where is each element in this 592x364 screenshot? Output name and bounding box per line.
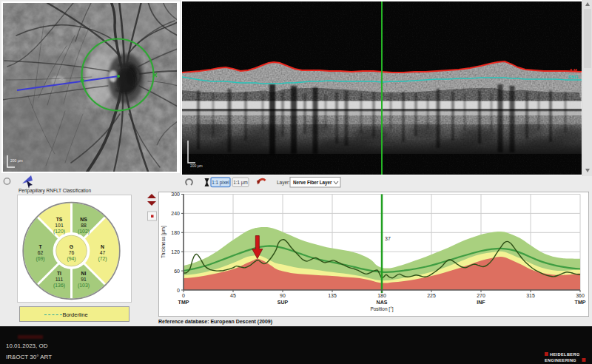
svg-text:0: 0 (177, 288, 180, 293)
svg-text:76: 76 (69, 250, 75, 255)
svg-text:135: 135 (328, 293, 337, 298)
svg-text:(136): (136) (53, 283, 65, 289)
svg-text:(102): (102) (78, 229, 90, 235)
svg-text:225: 225 (427, 293, 436, 298)
svg-text:Position [°]: Position [°] (370, 306, 393, 312)
svg-text:Layer:: Layer: (277, 180, 290, 186)
svg-text:SUP: SUP (278, 300, 289, 305)
svg-text:90: 90 (280, 293, 286, 298)
svg-text:47: 47 (100, 250, 106, 255)
svg-text:(94): (94) (67, 256, 75, 262)
svg-text:200 µm: 200 µm (190, 164, 203, 168)
svg-text:NAS: NAS (377, 300, 388, 305)
svg-text:1:1 pixel: 1:1 pixel (212, 180, 229, 186)
svg-text:TMP: TMP (178, 300, 189, 305)
svg-text:1:1 µm: 1:1 µm (233, 180, 247, 186)
svg-text:240: 240 (171, 211, 180, 216)
svg-text:(120): (120) (53, 229, 65, 235)
svg-text:101: 101 (55, 223, 64, 228)
svg-text:45: 45 (59, 77, 64, 81)
svg-text:270: 270 (477, 293, 485, 298)
svg-text:G: G (70, 244, 73, 249)
svg-text:200 µm: 200 µm (10, 158, 23, 163)
svg-text:300: 300 (171, 192, 180, 197)
svg-text:NI: NI (81, 271, 87, 276)
svg-text:180: 180 (171, 230, 180, 235)
svg-text:180: 180 (377, 293, 386, 298)
svg-text:(69): (69) (36, 256, 44, 262)
svg-text:88: 88 (81, 223, 87, 228)
svg-text:HEIDELBERG: HEIDELBERG (550, 352, 580, 357)
svg-text:TS: TS (56, 217, 63, 222)
svg-text:120: 120 (171, 249, 180, 255)
svg-text:60: 60 (174, 269, 180, 274)
svg-text:ENGINEERING: ENGINEERING (545, 358, 576, 363)
svg-text:INF: INF (477, 300, 485, 305)
svg-text:N: N (101, 244, 104, 249)
svg-text:Nerve Fiber Layer: Nerve Fiber Layer (293, 180, 332, 186)
svg-text:NS: NS (80, 217, 87, 222)
svg-text:(72): (72) (98, 256, 107, 262)
svg-text:91: 91 (81, 277, 87, 282)
svg-text:360: 360 (576, 293, 585, 298)
svg-text:0: 0 (182, 293, 185, 298)
svg-text:RNFL: RNFL (568, 75, 579, 79)
svg-text:(103): (103) (78, 283, 90, 289)
svg-text:TMP: TMP (575, 300, 586, 305)
svg-text:45: 45 (230, 293, 236, 298)
svg-text:TI: TI (57, 271, 61, 276)
svg-text:315: 315 (526, 293, 535, 298)
svg-text:62: 62 (38, 250, 44, 255)
svg-text:Thickness [µm]: Thickness [µm] (161, 226, 166, 258)
svg-text:37: 37 (385, 236, 391, 241)
svg-text:111: 111 (56, 277, 64, 282)
svg-text:ILM: ILM (570, 68, 577, 73)
